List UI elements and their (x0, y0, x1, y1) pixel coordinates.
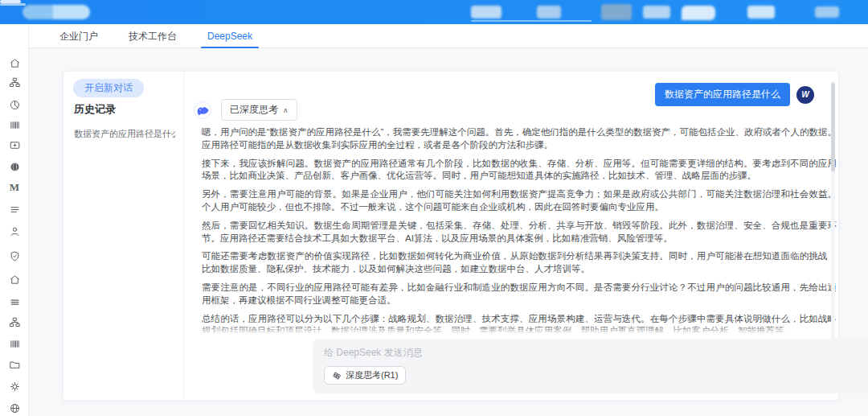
thinking-paragraph: 另外，需要注意用户可能的背景。如果是企业用户，他们可能关注如何利用数据资产提高竞… (202, 188, 837, 214)
topbar-menu-lines-icon[interactable] (0, 3, 26, 6)
message-bubble-redacted[interactable] (682, 6, 715, 20)
deep-think-label: 深度思考(R1) (346, 369, 398, 381)
tab-bar: 企业门户 技术工作台 DeepSeek (29, 24, 868, 48)
nav-item-redacted[interactable] (747, 6, 775, 19)
tab-deepseek[interactable]: DeepSeek (204, 24, 256, 48)
main-content: 开启新对话 历史记录 数据资产的应用路径是什么 数据资产的应用路径是什么 W 已… (29, 48, 868, 416)
thinking-paragraph: 需要注意的是，不同行业的应用路径可能有差异，比如金融行业和制造业的数据应用方向不… (202, 282, 837, 307)
barcode-icon[interactable] (8, 118, 21, 131)
letter-m-icon[interactable]: M (8, 181, 21, 194)
deepseek-whale-icon (194, 101, 211, 119)
chat-sidebar: 开启新对话 历史记录 数据资产的应用路径是什么 (63, 72, 184, 400)
chat-main: 数据资产的应用路径是什么 W 已深度思考 ∧ 嗯，用户问的是“数据资产的应用路径… (184, 72, 838, 400)
globe-dark-icon[interactable] (8, 160, 21, 173)
atom-icon (332, 371, 342, 381)
deep-thought-label: 已深度思考 (230, 103, 278, 117)
user-message-bubble: 数据资产的应用路径是什么 (655, 83, 790, 106)
nav-item-redacted[interactable] (471, 6, 502, 19)
thinking-paragraph: 接下来，我应该拆解问题。数据资产的应用路径通常有几个阶段，比如数据的收集、存储、… (202, 158, 837, 183)
nav-active-underline (471, 20, 592, 22)
folder-icon[interactable] (8, 358, 21, 371)
deep-think-r1-button[interactable]: 深度思考(R1) (324, 366, 406, 385)
card-plus-icon[interactable] (8, 138, 21, 151)
home-icon[interactable] (8, 273, 21, 286)
left-icon-rail: M (0, 24, 29, 416)
tab-enterprise-portal[interactable]: 企业门户 (56, 24, 101, 48)
message-input[interactable] (324, 347, 645, 358)
user-message-row: 数据资产的应用路径是什么 W (655, 83, 814, 106)
app-logo (23, 5, 90, 19)
thinking-paragraph: 总结的话，应用路径可以分为以下几个步骤：战略规划、数据治理、技术支撑、应用场景构… (202, 313, 837, 333)
list-icon[interactable] (8, 203, 21, 216)
assistant-row: 已深度思考 ∧ (194, 99, 297, 121)
thinking-paragraph: 然后，需要回忆相关知识。数据生命周期管理是关键，包括采集、存储、处理、分析、共享… (202, 220, 837, 245)
thinking-paragraph: 嗯，用户问的是“数据资产的应用路径是什么”，我需要先理解这个问题。首先，确定他们… (202, 126, 837, 152)
deep-thought-toggle[interactable]: 已深度思考 ∧ (221, 99, 297, 121)
topbar (0, 0, 868, 24)
user-icon[interactable] (8, 224, 21, 237)
history-title: 历史记录 (74, 102, 116, 117)
scrollbar-thumb[interactable] (831, 83, 835, 171)
home-icon[interactable] (8, 56, 21, 69)
nav-item-redacted[interactable] (537, 6, 561, 19)
badge-icon[interactable] (8, 380, 21, 393)
org-chart-icon[interactable] (8, 76, 21, 89)
nav-item-redacted[interactable] (815, 6, 839, 18)
barcode-icon[interactable] (8, 337, 21, 350)
message-composer: 深度思考(R1) ↑ (313, 339, 868, 393)
chat-card: 开启新对话 历史记录 数据资产的应用路径是什么 数据资产的应用路径是什么 W 已… (63, 71, 839, 401)
tab-tech-workbench[interactable]: 技术工作台 (125, 24, 180, 48)
history-item[interactable]: 数据资产的应用路径是什么 (74, 128, 175, 140)
globe-icon[interactable] (8, 402, 21, 414)
chevron-up-icon: ∧ (283, 106, 289, 114)
nav-item-redacted[interactable] (601, 4, 632, 20)
nav-item-redacted[interactable] (643, 6, 670, 19)
layers-icon[interactable] (8, 295, 21, 308)
sitemap-icon[interactable] (8, 315, 21, 328)
user-avatar: W (796, 86, 814, 104)
new-chat-button[interactable]: 开启新对话 (73, 79, 144, 97)
thinking-text: 嗯，用户问的是“数据资产的应用路径是什么”，我需要先理解这个问题。首先，确定他们… (202, 126, 837, 333)
thinking-paragraph: 可能还需要考虑数据资产的价值实现路径，比如数据如何转化为商业价值，从原始数据到分… (202, 250, 837, 276)
pie-chart-icon[interactable] (8, 98, 21, 111)
shield-icon[interactable] (8, 249, 21, 262)
